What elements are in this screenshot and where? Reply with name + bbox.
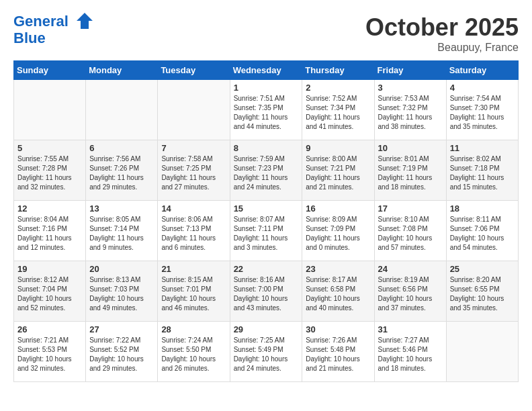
title-block: October 2025 Beaupuy, France [365, 13, 519, 54]
day-number: 9 [306, 143, 370, 153]
day-number: 24 [378, 264, 443, 274]
day-number: 4 [450, 83, 515, 93]
calendar-cell: 27Sunrise: 7:22 AM Sunset: 5:52 PM Dayli… [86, 322, 158, 382]
day-info: Sunrise: 7:24 AM Sunset: 5:50 PM Dayligh… [161, 336, 226, 373]
day-info: Sunrise: 8:00 AM Sunset: 7:21 PM Dayligh… [306, 154, 370, 192]
day-number: 13 [89, 203, 154, 214]
weekday-header-sunday: Sunday [14, 61, 86, 80]
day-number: 30 [306, 324, 370, 334]
calendar-week-1: 1Sunrise: 7:51 AM Sunset: 7:35 PM Daylig… [14, 80, 519, 140]
day-info: Sunrise: 7:22 AM Sunset: 5:52 PM Dayligh… [89, 336, 154, 373]
day-number: 22 [234, 264, 299, 274]
day-info: Sunrise: 8:11 AM Sunset: 7:06 PM Dayligh… [450, 215, 515, 253]
calendar-cell: 17Sunrise: 8:10 AM Sunset: 7:08 PM Dayli… [374, 201, 446, 261]
calendar-cell: 18Sunrise: 8:11 AM Sunset: 7:06 PM Dayli… [446, 201, 518, 261]
calendar-cell: 4Sunrise: 7:54 AM Sunset: 7:30 PM Daylig… [446, 80, 518, 140]
day-info: Sunrise: 7:26 AM Sunset: 5:48 PM Dayligh… [306, 336, 370, 373]
weekday-header-wednesday: Wednesday [230, 61, 302, 80]
calendar-cell: 5Sunrise: 7:55 AM Sunset: 7:28 PM Daylig… [14, 140, 86, 201]
calendar-cell: 6Sunrise: 7:56 AM Sunset: 7:26 PM Daylig… [86, 140, 158, 201]
calendar-cell: 11Sunrise: 8:02 AM Sunset: 7:18 PM Dayli… [446, 140, 518, 201]
day-info: Sunrise: 8:04 AM Sunset: 7:16 PM Dayligh… [17, 215, 82, 253]
logo: General Blue [13, 13, 94, 46]
calendar-week-2: 5Sunrise: 7:55 AM Sunset: 7:28 PM Daylig… [14, 140, 519, 201]
calendar-cell [86, 80, 158, 140]
day-info: Sunrise: 8:13 AM Sunset: 7:03 PM Dayligh… [89, 275, 154, 313]
calendar-cell: 23Sunrise: 8:17 AM Sunset: 6:58 PM Dayli… [302, 261, 374, 322]
calendar-cell: 8Sunrise: 7:59 AM Sunset: 7:23 PM Daylig… [230, 140, 302, 201]
calendar-cell: 12Sunrise: 8:04 AM Sunset: 7:16 PM Dayli… [14, 201, 86, 261]
calendar-cell: 7Sunrise: 7:58 AM Sunset: 7:25 PM Daylig… [158, 140, 230, 201]
calendar-cell: 9Sunrise: 8:00 AM Sunset: 7:21 PM Daylig… [302, 140, 374, 201]
calendar-cell [158, 80, 230, 140]
calendar-cell: 14Sunrise: 8:06 AM Sunset: 7:13 PM Dayli… [158, 201, 230, 261]
day-number: 3 [378, 83, 443, 93]
day-info: Sunrise: 7:52 AM Sunset: 7:34 PM Dayligh… [306, 94, 370, 132]
calendar-cell: 15Sunrise: 8:07 AM Sunset: 7:11 PM Dayli… [230, 201, 302, 261]
weekday-header-saturday: Saturday [446, 61, 518, 80]
day-info: Sunrise: 8:19 AM Sunset: 6:56 PM Dayligh… [378, 275, 443, 313]
calendar-cell: 1Sunrise: 7:51 AM Sunset: 7:35 PM Daylig… [230, 80, 302, 140]
day-number: 23 [306, 264, 370, 274]
day-number: 27 [89, 324, 154, 334]
day-number: 29 [234, 324, 299, 334]
calendar-cell: 19Sunrise: 8:12 AM Sunset: 7:04 PM Dayli… [14, 261, 86, 322]
day-number: 12 [17, 203, 82, 214]
calendar-cell: 28Sunrise: 7:24 AM Sunset: 5:50 PM Dayli… [158, 322, 230, 382]
day-info: Sunrise: 7:58 AM Sunset: 7:25 PM Dayligh… [161, 154, 226, 192]
day-number: 26 [17, 324, 82, 334]
day-info: Sunrise: 8:06 AM Sunset: 7:13 PM Dayligh… [161, 215, 226, 253]
day-number: 8 [234, 143, 299, 153]
day-number: 7 [161, 143, 226, 153]
calendar-cell: 30Sunrise: 7:26 AM Sunset: 5:48 PM Dayli… [302, 322, 374, 382]
day-info: Sunrise: 7:27 AM Sunset: 5:46 PM Dayligh… [378, 336, 443, 373]
day-number: 25 [450, 264, 515, 274]
day-info: Sunrise: 7:21 AM Sunset: 5:53 PM Dayligh… [17, 336, 82, 373]
day-info: Sunrise: 8:15 AM Sunset: 7:01 PM Dayligh… [161, 275, 226, 313]
calendar-cell: 26Sunrise: 7:21 AM Sunset: 5:53 PM Dayli… [14, 322, 86, 382]
svg-marker-0 [77, 13, 93, 29]
day-info: Sunrise: 7:25 AM Sunset: 5:49 PM Dayligh… [234, 336, 299, 373]
day-info: Sunrise: 7:59 AM Sunset: 7:23 PM Dayligh… [234, 154, 299, 192]
day-number: 16 [306, 203, 370, 214]
day-number: 19 [17, 264, 82, 274]
weekday-header-friday: Friday [374, 61, 446, 80]
day-number: 1 [234, 83, 299, 93]
day-info: Sunrise: 7:51 AM Sunset: 7:35 PM Dayligh… [234, 94, 299, 132]
day-info: Sunrise: 8:12 AM Sunset: 7:04 PM Dayligh… [17, 275, 82, 313]
weekday-header-monday: Monday [86, 61, 158, 80]
calendar-week-5: 26Sunrise: 7:21 AM Sunset: 5:53 PM Dayli… [14, 322, 519, 382]
calendar-week-3: 12Sunrise: 8:04 AM Sunset: 7:16 PM Dayli… [14, 201, 519, 261]
day-number: 20 [89, 264, 154, 274]
calendar-cell: 10Sunrise: 8:01 AM Sunset: 7:19 PM Dayli… [374, 140, 446, 201]
day-info: Sunrise: 7:54 AM Sunset: 7:30 PM Dayligh… [450, 94, 515, 132]
day-number: 21 [161, 264, 226, 274]
calendar-cell: 13Sunrise: 8:05 AM Sunset: 7:14 PM Dayli… [86, 201, 158, 261]
calendar-cell: 2Sunrise: 7:52 AM Sunset: 7:34 PM Daylig… [302, 80, 374, 140]
calendar-week-4: 19Sunrise: 8:12 AM Sunset: 7:04 PM Dayli… [14, 261, 519, 322]
logo-text: General [13, 13, 94, 30]
logo-text-blue: Blue [13, 30, 94, 46]
calendar-cell [14, 80, 86, 140]
day-info: Sunrise: 8:10 AM Sunset: 7:08 PM Dayligh… [378, 215, 443, 253]
calendar-cell: 24Sunrise: 8:19 AM Sunset: 6:56 PM Dayli… [374, 261, 446, 322]
day-number: 5 [17, 143, 82, 153]
day-number: 15 [234, 203, 299, 214]
day-info: Sunrise: 8:09 AM Sunset: 7:09 PM Dayligh… [306, 215, 370, 253]
location: Beaupuy, France [365, 42, 519, 54]
calendar-cell [446, 322, 518, 382]
day-info: Sunrise: 7:55 AM Sunset: 7:28 PM Dayligh… [17, 154, 82, 192]
day-number: 10 [378, 143, 443, 153]
day-info: Sunrise: 7:56 AM Sunset: 7:26 PM Dayligh… [89, 154, 154, 192]
day-info: Sunrise: 8:07 AM Sunset: 7:11 PM Dayligh… [234, 215, 299, 253]
calendar-cell: 16Sunrise: 8:09 AM Sunset: 7:09 PM Dayli… [302, 201, 374, 261]
weekday-header-thursday: Thursday [302, 61, 374, 80]
day-info: Sunrise: 8:05 AM Sunset: 7:14 PM Dayligh… [89, 215, 154, 253]
day-info: Sunrise: 8:01 AM Sunset: 7:19 PM Dayligh… [378, 154, 443, 192]
day-info: Sunrise: 8:16 AM Sunset: 7:00 PM Dayligh… [234, 275, 299, 313]
day-number: 14 [161, 203, 226, 214]
day-info: Sunrise: 8:20 AM Sunset: 6:55 PM Dayligh… [450, 275, 515, 313]
calendar-cell: 29Sunrise: 7:25 AM Sunset: 5:49 PM Dayli… [230, 322, 302, 382]
calendar-cell: 31Sunrise: 7:27 AM Sunset: 5:46 PM Dayli… [374, 322, 446, 382]
day-number: 6 [89, 143, 154, 153]
